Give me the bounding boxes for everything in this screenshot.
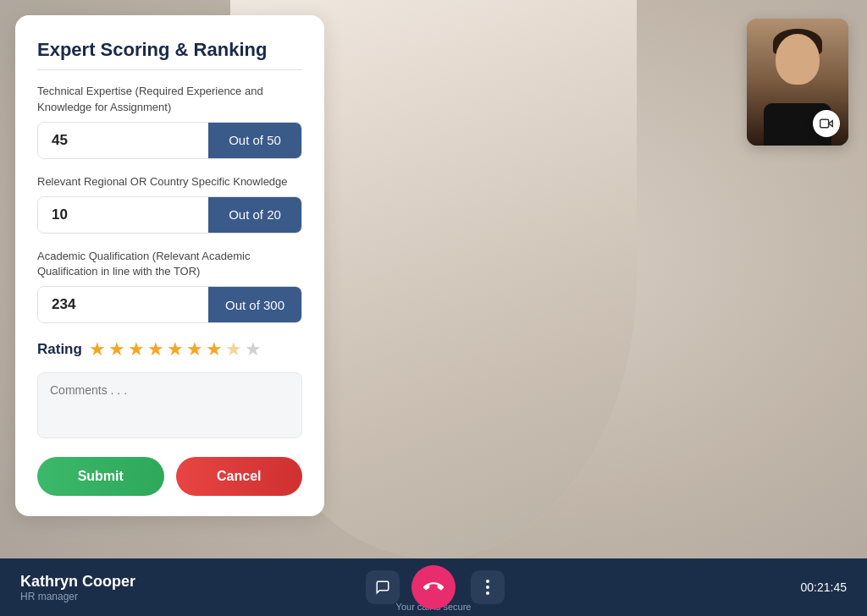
star-5[interactable]: ★ (167, 338, 184, 360)
call-timer: 00:21:45 (801, 580, 848, 594)
svg-point-3 (486, 591, 489, 595)
rating-label: Rating (37, 341, 82, 358)
panel-divider (37, 69, 302, 70)
bottom-bar: Kathryn Cooper HR manager Your call is s… (0, 558, 867, 616)
svg-point-1 (486, 580, 489, 583)
score-row-technical: 45 Out of 50 (37, 122, 302, 159)
star-7[interactable]: ★ (206, 338, 223, 360)
caller-name: Kathryn Cooper (20, 573, 173, 591)
star-3[interactable]: ★ (128, 338, 145, 360)
score-value-technical: 45 (38, 123, 208, 158)
score-out-of-regional: Out of 20 (208, 197, 301, 233)
score-out-of-technical: Out of 50 (208, 123, 301, 158)
comments-input[interactable] (37, 372, 302, 438)
cancel-button[interactable]: Cancel (176, 457, 303, 496)
star-2[interactable]: ★ (108, 338, 125, 360)
field-label-regional: Relevant Regional OR Country Specific Kn… (37, 174, 302, 190)
rating-row: Rating ★ ★ ★ ★ ★ ★ ★ ★ ★ (37, 338, 302, 360)
scoring-panel: Expert Scoring & Ranking Technical Exper… (15, 15, 324, 516)
score-value-regional: 10 (38, 197, 208, 233)
star-4[interactable]: ★ (147, 338, 164, 360)
panel-title: Expert Scoring & Ranking (37, 39, 302, 61)
thumb-head (776, 34, 820, 85)
score-out-of-academic: Out of 300 (208, 287, 301, 322)
star-6[interactable]: ★ (186, 338, 203, 360)
camera-button[interactable] (813, 110, 840, 137)
submit-button[interactable]: Submit (37, 457, 164, 496)
star-8[interactable]: ★ (225, 338, 242, 360)
self-video-thumbnail (747, 19, 848, 146)
star-9[interactable]: ★ (245, 338, 262, 360)
star-rating[interactable]: ★ ★ ★ ★ ★ ★ ★ ★ ★ (89, 338, 262, 360)
more-options-button[interactable] (471, 570, 505, 604)
field-label-technical: Technical Expertise (Required Experience… (37, 84, 302, 114)
star-1[interactable]: ★ (89, 338, 106, 360)
field-label-academic: Academic Qualification (Relevant Academi… (37, 249, 302, 279)
caller-info: Kathryn Cooper HR manager (20, 573, 173, 602)
chat-button[interactable] (366, 570, 400, 604)
svg-rect-0 (820, 119, 829, 127)
action-buttons: Submit Cancel (37, 457, 302, 496)
caller-role: HR manager (20, 591, 173, 602)
score-row-academic: 234 Out of 300 (37, 286, 302, 323)
end-call-button[interactable] (411, 565, 456, 609)
score-row-regional: 10 Out of 20 (37, 196, 302, 234)
svg-point-2 (486, 586, 489, 589)
score-value-academic: 234 (38, 287, 208, 322)
